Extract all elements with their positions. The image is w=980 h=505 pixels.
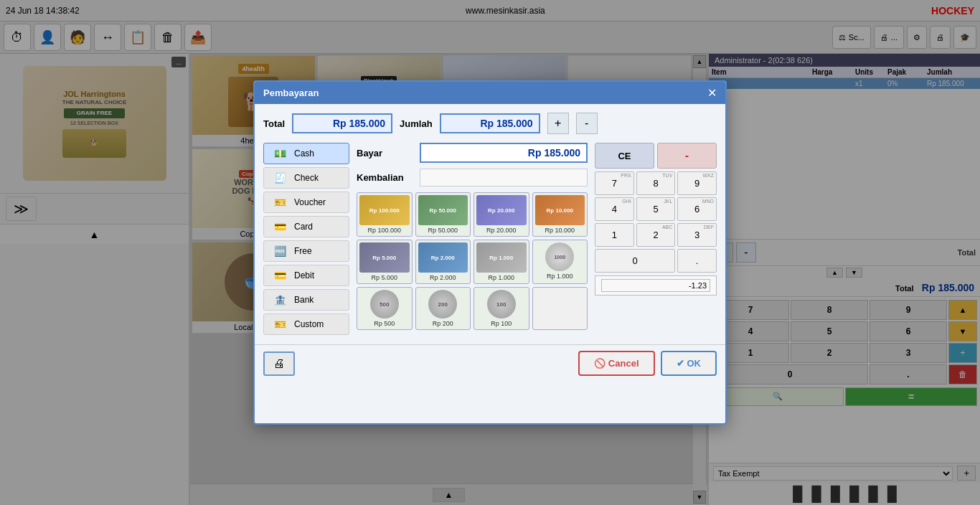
card-icon: 💳 <box>270 220 290 233</box>
money-500-label: Rp 500 <box>359 320 410 327</box>
numpad-5[interactable]: 5JKL <box>636 197 676 221</box>
cash-label: Cash <box>294 148 314 159</box>
money-10000-label: Rp 10.000 <box>535 227 585 234</box>
money-20000[interactable]: Rp 20.000 Rp 20.000 <box>473 192 529 237</box>
money-200-label: Rp 200 <box>418 320 468 327</box>
modal-body: Total Jumlah + - 💵 Cash 🧾 Check <box>255 104 725 344</box>
payment-method-check[interactable]: 🧾 Check <box>263 167 349 189</box>
money-denominations: Rp 100.000 Rp 100.000 Rp 50.000 Rp 50.00… <box>357 192 588 330</box>
payment-method-cash[interactable]: 💵 Cash <box>263 143 349 164</box>
money-1000-coin-label: Rp 1.000 <box>535 273 585 280</box>
payment-method-card[interactable]: 💳 Card <box>263 216 349 237</box>
debit-icon: 💳 <box>270 269 290 282</box>
cancel-btn[interactable]: 🚫 Cancel <box>578 351 655 376</box>
payment-total-label: Total <box>263 118 285 129</box>
modal-header: Pembayaran ✕ <box>255 82 725 104</box>
money-20000-label: Rp 20.000 <box>476 227 527 234</box>
payment-center: Bayar Kembalian Rp 100.000 Rp 100.000 <box>357 143 588 336</box>
numpad-9[interactable]: 9WXZ <box>677 171 717 195</box>
modal-title: Pembayaran <box>263 88 319 98</box>
payment-method-free[interactable]: 🆓 Free <box>263 240 349 262</box>
numpad-0[interactable]: 0 <box>595 249 675 273</box>
modal-minus-btn[interactable]: - <box>576 113 598 134</box>
money-1000-note[interactable]: Rp 1.000 Rp 1.000 <box>473 240 529 284</box>
payment-method-custom[interactable]: 🎫 Custom <box>263 313 349 335</box>
numpad-4[interactable]: 4GHI <box>595 197 634 221</box>
numpad-7[interactable]: 7PRS <box>595 171 634 195</box>
numpad-grid: 7PRS 8TUV 9WXZ 4GHI 5JKL 6MNO 1 2ABC 3DE… <box>595 171 717 273</box>
cancel-label: Cancel <box>608 358 639 369</box>
numpad-1[interactable]: 1 <box>595 223 634 247</box>
kembalian-label: Kembalian <box>357 172 414 183</box>
cancel-icon: 🚫 <box>594 358 606 369</box>
free-icon: 🆓 <box>270 245 290 258</box>
money-50000[interactable]: Rp 50.000 Rp 50.000 <box>415 192 471 237</box>
check-icon: 🧾 <box>270 171 290 184</box>
money-10000[interactable]: Rp 10.000 Rp 10.000 <box>532 192 588 237</box>
voucher-label: Voucher <box>294 197 326 207</box>
numpad-2[interactable]: 2ABC <box>636 223 676 247</box>
bank-label: Bank <box>294 295 314 305</box>
modal-plus-btn[interactable]: + <box>547 113 569 134</box>
ce-minus-row: CE - <box>595 143 717 169</box>
print-receipt-btn[interactable]: 🖨 <box>263 351 295 376</box>
payment-method-bank[interactable]: 🏦 Bank <box>263 289 349 311</box>
custom-icon: 🎫 <box>270 318 290 331</box>
payment-jumlah-label: Jumlah <box>400 118 433 129</box>
money-200[interactable]: 200 Rp 200 <box>415 287 471 330</box>
money-placeholder <box>532 287 588 330</box>
payment-total-row: Total Jumlah + - <box>263 113 717 134</box>
bayar-input[interactable] <box>420 143 588 163</box>
kembalian-input[interactable] <box>420 169 588 187</box>
debit-label: Debit <box>294 270 314 280</box>
money-2000[interactable]: Rp 2.000 Rp 2.000 <box>415 240 471 284</box>
ok-btn[interactable]: ✔ OK <box>661 351 717 376</box>
numpad-6[interactable]: 6MNO <box>677 197 717 221</box>
money-1000-coin[interactable]: 1000 Rp 1.000 <box>532 240 588 284</box>
voucher-icon: 🎫 <box>270 196 290 209</box>
free-label: Free <box>294 246 312 256</box>
money-100[interactable]: 100 Rp 100 <box>473 287 529 330</box>
payment-jumlah-input[interactable] <box>440 113 540 133</box>
money-1000-note-label: Rp 1.000 <box>476 274 527 281</box>
money-100-label: Rp 100 <box>476 320 527 327</box>
money-5000[interactable]: Rp 5.000 Rp 5.000 <box>357 240 413 284</box>
numpad-8[interactable]: 8TUV <box>636 171 676 195</box>
money-100000[interactable]: Rp 100.000 Rp 100.000 <box>357 192 413 237</box>
money-50000-label: Rp 50.000 <box>418 227 468 234</box>
card-label: Card <box>294 222 313 232</box>
payment-method-voucher[interactable]: 🎫 Voucher <box>263 192 349 213</box>
money-5000-label: Rp 5.000 <box>359 274 410 281</box>
modal-content: 💵 Cash 🧾 Check 🎫 Voucher 💳 Card <box>263 143 717 336</box>
money-500[interactable]: 500 Rp 500 <box>357 287 413 330</box>
change-input[interactable] <box>601 279 710 292</box>
modal-close-btn[interactable]: ✕ <box>707 86 717 100</box>
ok-label: OK <box>687 358 702 369</box>
payment-method-debit[interactable]: 💳 Debit <box>263 265 349 286</box>
payment-modal: Pembayaran ✕ Total Jumlah + - 💵 Cash <box>253 80 727 425</box>
payment-numpad: CE - 7PRS 8TUV 9WXZ 4GHI 5JKL 6MNO 1 2AB… <box>595 143 717 336</box>
ce-btn[interactable]: CE <box>595 143 654 169</box>
cash-icon: 💵 <box>270 147 290 160</box>
custom-label: Custom <box>294 319 324 329</box>
bayar-label: Bayar <box>357 148 414 159</box>
check-label: Check <box>294 173 319 183</box>
numpad-minus-btn[interactable]: - <box>657 143 717 169</box>
payment-methods-list: 💵 Cash 🧾 Check 🎫 Voucher 💳 Card <box>263 143 349 336</box>
ok-icon: ✔ <box>677 358 684 369</box>
numpad-dot[interactable]: . <box>677 249 717 273</box>
bank-icon: 🏦 <box>270 293 290 306</box>
change-display <box>595 275 717 296</box>
modal-overlay: Pembayaran ✕ Total Jumlah + - 💵 Cash <box>0 0 980 505</box>
kembalian-row: Kembalian <box>357 169 588 187</box>
money-100000-label: Rp 100.000 <box>359 227 410 234</box>
payment-total-input[interactable] <box>292 113 392 133</box>
numpad-3[interactable]: 3DEF <box>677 223 717 247</box>
bayar-row: Bayar <box>357 143 588 163</box>
money-2000-label: Rp 2.000 <box>418 274 468 281</box>
modal-footer: 🖨 🚫 Cancel ✔ OK <box>255 344 725 382</box>
